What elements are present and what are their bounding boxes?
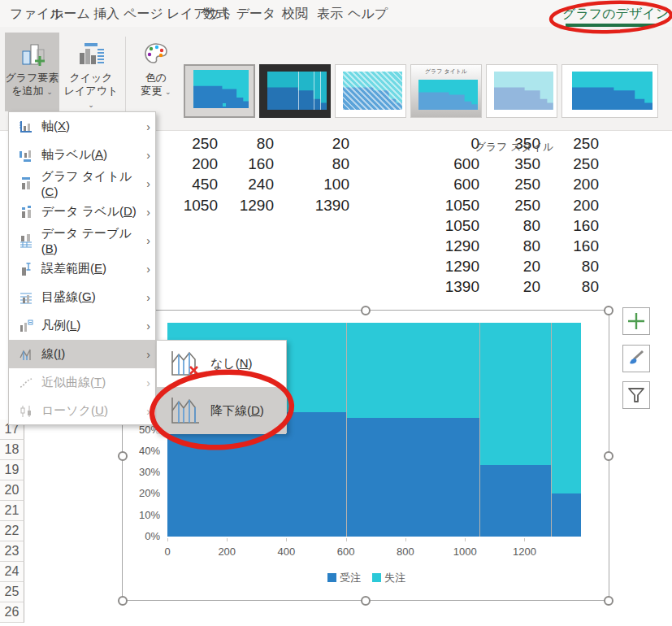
x-axis-tick-label[interactable]: 0 — [150, 546, 185, 558]
selection-handle-bottom-left[interactable] — [118, 596, 128, 606]
x-axis-tick-label[interactable]: 200 — [209, 546, 245, 558]
cell[interactable]: 80 — [206, 134, 274, 154]
submenu-chevron-icon: › — [146, 405, 150, 418]
color-palette-icon — [141, 37, 171, 72]
y-axis-tick-label[interactable]: 0% — [124, 530, 160, 543]
cell[interactable]: 1390 — [281, 196, 349, 215]
cell[interactable]: 80 — [531, 277, 599, 297]
chart-filters-button[interactable] — [622, 381, 650, 409]
cell[interactable]: 200 — [531, 196, 599, 215]
legend-swatch-blue — [327, 573, 336, 582]
menu-item-legend[interactable]: 凡例(L) › — [9, 311, 155, 340]
legend-item-orders[interactable]: 受注 — [327, 571, 361, 585]
tab-data[interactable]: データ — [236, 6, 276, 22]
tab-insert[interactable]: 挿入 — [91, 6, 122, 22]
row-header-25[interactable]: 25 — [0, 582, 24, 602]
tab-view[interactable]: 表示 — [314, 6, 346, 22]
y-axis-tick-label[interactable]: 40% — [124, 445, 160, 458]
cell[interactable]: 1050 — [411, 196, 479, 215]
menu-item-data-labels[interactable]: データ ラベル(D) › — [9, 198, 155, 226]
menu-item-error-bars[interactable]: 誤差範囲(E) › — [9, 254, 155, 283]
legend-item-lost[interactable]: 失注 — [372, 571, 405, 585]
x-axis-tick-label[interactable]: 1200 — [506, 546, 542, 558]
selection-handle-top-right[interactable] — [604, 306, 613, 315]
chart-elements-button[interactable] — [622, 307, 650, 335]
menu-item-gridlines[interactable]: 目盛線(G) › — [9, 283, 155, 311]
cell[interactable]: 160 — [531, 216, 599, 236]
cell[interactable]: 20 — [281, 134, 349, 154]
y-axis-tick-label[interactable]: 20% — [124, 487, 160, 500]
chart-style-thumbnail-3[interactable] — [335, 64, 406, 118]
row-header-18[interactable]: 18 — [0, 440, 24, 460]
axes-icon — [17, 120, 35, 134]
change-colors-label2: 変更 — [141, 85, 162, 97]
tab-home[interactable]: ホーム — [50, 6, 88, 22]
cell[interactable]: 240 — [206, 175, 274, 194]
y-axis-tick-label[interactable]: 10% — [124, 509, 160, 522]
x-axis-tick-mark — [524, 538, 525, 541]
row-header-21[interactable]: 21 — [0, 501, 24, 521]
tab-chart-design[interactable]: グラフのデザイン — [562, 6, 658, 22]
row-header-19[interactable]: 19 — [0, 460, 24, 480]
axis-titles-icon — [17, 148, 35, 163]
change-colors-button[interactable]: 色の 変更 ⌄ — [130, 33, 182, 111]
x-axis-tick-mark — [405, 538, 406, 541]
chart-style-thumbnail-4[interactable]: グラフ タイトル — [410, 64, 482, 118]
area-segment-受注[interactable] — [479, 465, 551, 537]
menu-item-axis-titles[interactable]: 軸ラベル(A) › — [9, 141, 155, 169]
selection-handle-top-center[interactable] — [361, 306, 371, 315]
chart-legend[interactable]: 受注 失注 — [163, 571, 570, 585]
submenu-item-drop-lines[interactable]: 降下線(D) — [157, 387, 286, 434]
cell[interactable]: 1050 — [411, 216, 479, 236]
menu-item-lines[interactable]: 線(I) › — [9, 340, 155, 368]
cell[interactable]: 250 — [531, 154, 599, 174]
cell[interactable]: 160 — [206, 154, 274, 174]
menu-item-chart-title[interactable]: グラフ タイトル(C) › — [9, 169, 155, 198]
cell[interactable]: 100 — [281, 175, 349, 194]
chart-styles-button[interactable] — [622, 345, 650, 372]
area-segment-受注[interactable] — [346, 418, 480, 537]
row-header-23[interactable]: 23 — [0, 541, 24, 562]
row-header-24[interactable]: 24 — [0, 562, 24, 582]
lines-none-icon — [167, 349, 204, 380]
drop-line-preview — [551, 323, 552, 537]
add-chart-element-button[interactable]: グラフ要素 を追加 ⌄ — [5, 33, 59, 111]
cell[interactable]: 80 — [281, 154, 349, 174]
menu-item-axes[interactable]: 軸(X) › — [9, 112, 155, 141]
tab-help[interactable]: ヘルプ — [348, 6, 384, 22]
cell[interactable]: 1290 — [206, 196, 274, 215]
row-header-26[interactable]: 26 — [0, 602, 24, 623]
tab-review[interactable]: 校閲 — [280, 6, 310, 22]
cell[interactable]: 80 — [531, 257, 599, 276]
selection-handle-mid-right[interactable] — [604, 451, 613, 461]
cell[interactable]: 600 — [411, 154, 479, 174]
chart-style-thumbnail-5[interactable] — [486, 64, 557, 118]
x-axis-tick-label[interactable]: 600 — [328, 546, 364, 558]
chart-style-thumbnail-1[interactable] — [184, 64, 255, 118]
cell[interactable]: 1290 — [411, 257, 479, 276]
row-header-20[interactable]: 20 — [0, 480, 24, 501]
tab-file[interactable]: ファイル — [10, 6, 49, 22]
x-axis-tick-label[interactable]: 800 — [388, 546, 423, 558]
x-axis-tick-label[interactable]: 1000 — [447, 546, 483, 558]
selection-handle-bottom-right[interactable] — [604, 596, 613, 606]
menu-item-data-table[interactable]: データ テーブル(B) › — [9, 226, 155, 254]
chart-style-thumbnail-2[interactable] — [259, 64, 331, 118]
area-segment-受注[interactable] — [551, 493, 581, 537]
tab-formulas[interactable]: 数式 — [200, 6, 232, 22]
submenu-item-none[interactable]: なし(N) — [157, 341, 286, 387]
y-axis-tick-label[interactable]: 30% — [124, 466, 160, 479]
selection-handle-bottom-center[interactable] — [361, 596, 371, 606]
tab-page-layout[interactable]: ページ レイアウト — [124, 6, 197, 22]
active-tab-underline — [566, 24, 657, 27]
cell[interactable]: 200 — [531, 175, 599, 194]
cell[interactable]: 1290 — [411, 237, 479, 256]
cell[interactable]: 1390 — [411, 277, 479, 297]
cell[interactable]: 600 — [411, 175, 479, 194]
chart-style-thumbnail-6[interactable] — [561, 64, 658, 118]
selection-handle-mid-left[interactable] — [118, 451, 128, 461]
cell[interactable]: 160 — [531, 237, 599, 256]
quick-layout-button[interactable]: クイック レイアウト ⌄ — [62, 33, 120, 111]
x-axis-tick-label[interactable]: 400 — [268, 546, 304, 558]
row-header-22[interactable]: 22 — [0, 521, 24, 541]
